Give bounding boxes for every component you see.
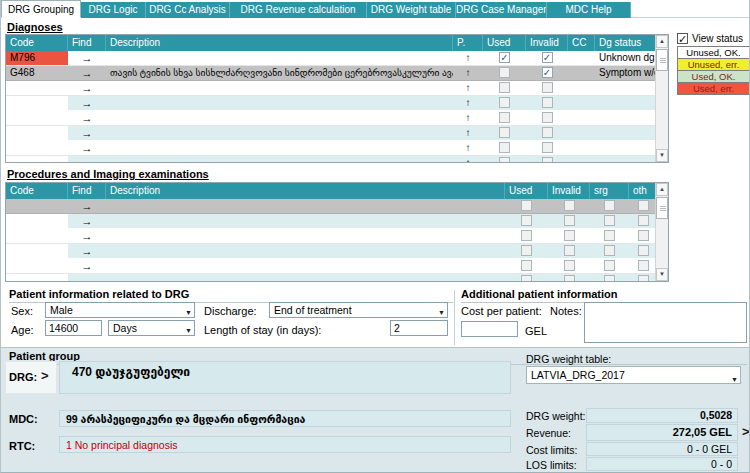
used-checkbox[interactable] — [483, 126, 526, 140]
used-checkbox[interactable] — [483, 66, 526, 80]
scroll-up-button[interactable]: ▲ — [656, 35, 668, 48]
procedure-row-empty[interactable]: → — [6, 214, 657, 229]
procedure-row-empty[interactable]: → — [6, 259, 657, 274]
procedure-row-empty[interactable]: → — [6, 244, 657, 259]
code-cell[interactable]: M796 — [6, 51, 68, 65]
priority-up-icon[interactable]: ↑ — [453, 81, 483, 95]
column-header-find[interactable]: Find — [68, 183, 106, 199]
age-unit-select[interactable]: Days ▼ — [108, 320, 195, 336]
column-header-description[interactable]: Description — [106, 35, 453, 51]
oth-checkbox[interactable] — [629, 244, 657, 258]
length-of-stay-input[interactable] — [390, 320, 448, 336]
invalid-checkbox[interactable] — [526, 126, 568, 140]
scroll-down-button[interactable]: ▼ — [656, 268, 668, 281]
diagnosis-row-m796[interactable]: M796 → ↑ ✓ ✓ Unknown dg. — [6, 51, 657, 66]
column-header-dg-status[interactable]: Dg status — [595, 35, 655, 51]
used-checkbox[interactable] — [483, 156, 526, 163]
find-arrow-icon[interactable]: → — [68, 126, 106, 140]
srg-checkbox[interactable] — [590, 259, 629, 273]
code-cell[interactable] — [6, 199, 68, 213]
code-cell[interactable] — [6, 156, 68, 163]
priority-up-icon[interactable]: ↑ — [453, 141, 483, 155]
column-header-description[interactable]: Description — [106, 183, 505, 199]
invalid-checkbox[interactable] — [526, 81, 568, 95]
used-checkbox[interactable]: ✓ — [483, 51, 526, 65]
invalid-checkbox[interactable] — [548, 229, 590, 243]
column-header-used[interactable]: Used — [505, 183, 548, 199]
column-header-code[interactable]: Code — [6, 35, 68, 51]
invalid-checkbox[interactable] — [526, 141, 568, 155]
oth-checkbox[interactable] — [629, 274, 657, 282]
srg-checkbox[interactable] — [590, 244, 629, 258]
tab-drg-revenue-calculation[interactable]: DRG Revenue calculation — [230, 2, 367, 18]
tab-drg-logic[interactable]: DRG Logic — [81, 2, 146, 18]
column-header-priority[interactable]: P. — [453, 35, 483, 51]
used-checkbox[interactable] — [483, 81, 526, 95]
code-cell[interactable] — [6, 111, 68, 125]
used-checkbox[interactable] — [505, 229, 548, 243]
diagnosis-row-empty[interactable]: → ↑ — [6, 126, 657, 141]
invalid-checkbox[interactable] — [526, 96, 568, 110]
used-checkbox[interactable] — [505, 274, 548, 282]
used-checkbox[interactable] — [483, 96, 526, 110]
find-arrow-icon[interactable]: → — [68, 51, 106, 65]
drg-weight-table-select[interactable]: LATVIA_DRG_2017 ▼ — [526, 366, 741, 384]
used-checkbox[interactable] — [505, 199, 548, 213]
used-checkbox[interactable] — [483, 141, 526, 155]
view-status-checkbox[interactable]: ✓ — [677, 33, 688, 44]
find-arrow-icon[interactable]: → — [68, 259, 106, 273]
code-cell[interactable] — [6, 141, 68, 155]
oth-checkbox[interactable] — [629, 259, 657, 273]
column-header-cc[interactable]: CC — [568, 35, 595, 51]
invalid-checkbox[interactable] — [548, 259, 590, 273]
invalid-checkbox[interactable] — [548, 274, 590, 282]
find-arrow-icon[interactable]: → — [68, 229, 106, 243]
invalid-checkbox[interactable]: ✓ — [526, 51, 568, 65]
priority-up-icon[interactable]: ↑ — [453, 126, 483, 140]
used-checkbox[interactable] — [505, 244, 548, 258]
code-cell[interactable] — [6, 81, 68, 95]
code-cell[interactable]: G468 — [6, 66, 68, 80]
procedure-row-empty[interactable]: → — [6, 229, 657, 244]
used-checkbox[interactable] — [483, 111, 526, 125]
procedures-scrollbar[interactable]: ▲ ▼ — [655, 183, 668, 281]
tab-mdc-help[interactable]: MDC Help — [547, 2, 631, 18]
procedure-row-empty[interactable]: → — [6, 274, 657, 282]
find-arrow-icon[interactable]: → — [68, 199, 106, 213]
diagnosis-row-empty[interactable]: → ↑ — [6, 156, 657, 163]
used-checkbox[interactable] — [505, 214, 548, 228]
invalid-checkbox[interactable]: ✓ — [526, 66, 568, 80]
find-arrow-icon[interactable]: → — [68, 96, 106, 110]
diagnosis-row-empty[interactable]: → ↑ — [6, 81, 657, 96]
invalid-checkbox[interactable] — [548, 214, 590, 228]
diagnosis-row-g468[interactable]: G468 → თავის ტვინის სხვა სისხლძარღვოვანი… — [6, 66, 657, 81]
code-cell[interactable] — [6, 244, 68, 258]
srg-checkbox[interactable] — [590, 274, 629, 282]
find-arrow-icon[interactable]: → — [68, 141, 106, 155]
column-header-oth[interactable]: oth — [629, 183, 655, 199]
notes-textarea[interactable] — [584, 302, 747, 343]
srg-checkbox[interactable] — [590, 199, 629, 213]
scrollbar-thumb[interactable] — [656, 49, 668, 71]
procedure-row-selected[interactable]: → — [6, 199, 657, 214]
scroll-up-button[interactable]: ▲ — [656, 183, 668, 196]
used-checkbox[interactable] — [505, 259, 548, 273]
code-cell[interactable] — [6, 96, 68, 110]
column-header-srg[interactable]: srg — [590, 183, 629, 199]
find-arrow-icon[interactable]: → — [68, 214, 106, 228]
priority-up-icon[interactable]: ↑ — [453, 111, 483, 125]
invalid-checkbox[interactable] — [526, 156, 568, 163]
find-arrow-icon[interactable]: → — [68, 81, 106, 95]
tab-drg-case-manager[interactable]: DRG Case Manager — [456, 2, 547, 18]
code-cell[interactable] — [6, 126, 68, 140]
cost-per-patient-input[interactable] — [461, 321, 518, 337]
find-arrow-icon[interactable]: → — [68, 111, 106, 125]
discharge-select[interactable]: End of treatment ▼ — [269, 302, 448, 318]
sex-select[interactable]: Male ▼ — [45, 302, 195, 318]
tab-drg-cc-analysis[interactable]: DRG Cc Analysis — [146, 2, 230, 18]
age-input[interactable] — [45, 320, 102, 336]
code-cell[interactable] — [6, 214, 68, 228]
scroll-down-button[interactable]: ▼ — [656, 149, 668, 162]
code-cell[interactable] — [6, 274, 68, 282]
oth-checkbox[interactable] — [629, 199, 657, 213]
